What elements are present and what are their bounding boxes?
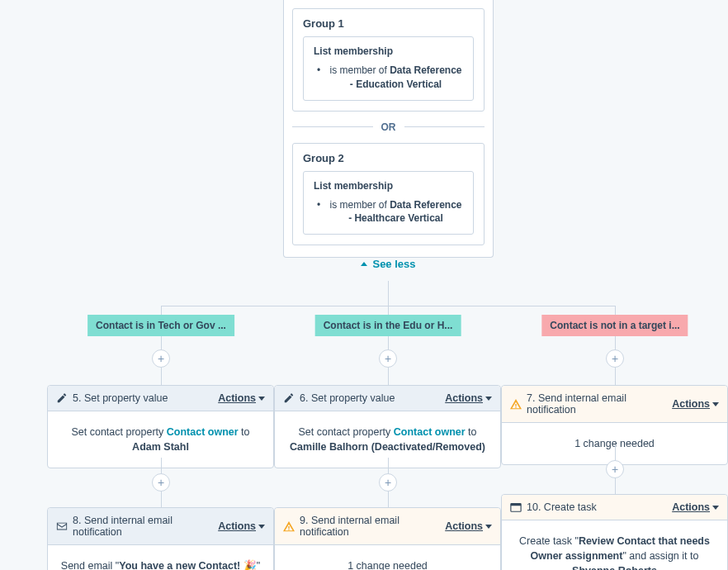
see-less-label: See less bbox=[372, 258, 415, 270]
condition-prefix: is member of bbox=[329, 199, 390, 211]
branch-label-tech-gov[interactable]: Contact is in Tech or Gov ... bbox=[87, 315, 234, 336]
step-7-title: 7. Send internal email notification bbox=[527, 392, 667, 416]
step-5-title: 5. Set property value bbox=[73, 392, 213, 404]
step-6-title: 6. Set property value bbox=[300, 392, 440, 404]
add-action-button[interactable]: + bbox=[152, 349, 170, 368]
group-2-condition: is member of Data Reference - Healthcare… bbox=[314, 198, 463, 226]
connector bbox=[388, 281, 389, 306]
workflow-canvas: Group 1 List membership is member of Dat… bbox=[0, 0, 728, 570]
or-label: OR bbox=[381, 121, 396, 133]
step-9-title: 9. Send internal email notification bbox=[300, 515, 440, 538]
condition-prefix: is member of bbox=[329, 64, 390, 76]
branch-label-edu-hc[interactable]: Contact is in the Edu or H... bbox=[315, 315, 461, 336]
email-icon bbox=[56, 520, 68, 532]
task-assignee: Shyanne Roberts bbox=[572, 565, 657, 570]
step-8-title: 8. Send internal email notification bbox=[73, 515, 213, 538]
step-8-actions[interactable]: Actions bbox=[218, 520, 265, 532]
add-action-button[interactable]: + bbox=[152, 473, 170, 492]
step-9-card[interactable]: 9. Send internal email notification Acti… bbox=[274, 507, 501, 570]
step-10-title: 10. Create task bbox=[527, 501, 667, 513]
see-less-toggle[interactable]: See less bbox=[283, 258, 494, 270]
step-10-card[interactable]: 10. Create task Actions Create task "Rev… bbox=[501, 494, 728, 570]
group-1-title: Group 1 bbox=[303, 17, 474, 30]
see-less-toggle-wrap: See less bbox=[283, 258, 494, 270]
property-link[interactable]: Contact owner bbox=[394, 426, 466, 438]
step-5-card[interactable]: 5. Set property value Actions Set contac… bbox=[47, 385, 274, 468]
step-10-actions[interactable]: Actions bbox=[672, 501, 719, 513]
list-membership-label: List membership bbox=[314, 180, 463, 192]
step-9-body: 1 change needed bbox=[275, 545, 500, 570]
caret-down-icon bbox=[258, 525, 265, 529]
step-5-header: 5. Set property value Actions bbox=[48, 386, 273, 411]
edit-icon bbox=[56, 392, 68, 404]
group-1[interactable]: Group 1 List membership is member of Dat… bbox=[292, 8, 485, 112]
step-10-body: Create task "Review Contact that needs O… bbox=[502, 520, 727, 570]
owner-name: Adam Stahl bbox=[132, 441, 189, 453]
step-6-actions[interactable]: Actions bbox=[445, 392, 492, 404]
caret-down-icon bbox=[712, 402, 719, 406]
step-9-actions[interactable]: Actions bbox=[445, 520, 492, 532]
caret-down-icon bbox=[712, 506, 719, 510]
group-1-condition: is member of Data Reference - Education … bbox=[314, 64, 463, 92]
step-6-card[interactable]: 6. Set property value Actions Set contac… bbox=[274, 385, 501, 468]
caret-down-icon bbox=[258, 397, 265, 401]
warning-icon bbox=[283, 520, 295, 532]
task-icon bbox=[510, 501, 522, 513]
group-2-title: Group 2 bbox=[303, 152, 474, 164]
step-9-header: 9. Send internal email notification Acti… bbox=[275, 508, 500, 545]
filter-groups-card[interactable]: Group 1 List membership is member of Dat… bbox=[283, 0, 494, 258]
step-8-header: 8. Send internal email notification Acti… bbox=[48, 508, 273, 545]
group-2[interactable]: Group 2 List membership is member of Dat… bbox=[292, 143, 485, 246]
chevron-up-icon bbox=[361, 262, 367, 266]
owner-name: Camille Balhorn (Deactivated/Removed) bbox=[290, 441, 485, 453]
warning-icon bbox=[510, 398, 522, 410]
add-action-button[interactable]: + bbox=[379, 349, 397, 368]
list-membership-label: List membership bbox=[314, 45, 463, 57]
add-action-button[interactable]: + bbox=[606, 349, 624, 368]
svg-rect-1 bbox=[511, 504, 521, 506]
add-action-button[interactable]: + bbox=[606, 460, 624, 478]
step-8-body: Send email "You have a new Contact! 🎉" t… bbox=[48, 545, 273, 570]
group-2-filter[interactable]: List membership is member of Data Refere… bbox=[303, 171, 474, 235]
edit-icon bbox=[283, 392, 295, 404]
or-divider: OR bbox=[292, 121, 485, 133]
caret-down-icon bbox=[485, 525, 492, 529]
step-7-actions[interactable]: Actions bbox=[672, 398, 719, 410]
add-action-button[interactable]: + bbox=[379, 473, 397, 492]
property-link[interactable]: Contact owner bbox=[167, 426, 239, 438]
step-10-header: 10. Create task Actions bbox=[502, 495, 727, 520]
group-1-filter[interactable]: List membership is member of Data Refere… bbox=[303, 36, 474, 101]
step-6-header: 6. Set property value Actions bbox=[275, 386, 500, 411]
step-7-header: 7. Send internal email notification Acti… bbox=[502, 386, 727, 423]
email-subject: You have a new Contact! 🎉 bbox=[119, 560, 257, 570]
step-8-card[interactable]: 8. Send internal email notification Acti… bbox=[47, 507, 274, 570]
branch-label-not-target[interactable]: Contact is not in a target i... bbox=[541, 315, 688, 336]
caret-down-icon bbox=[485, 397, 492, 401]
step-5-actions[interactable]: Actions bbox=[218, 392, 265, 404]
